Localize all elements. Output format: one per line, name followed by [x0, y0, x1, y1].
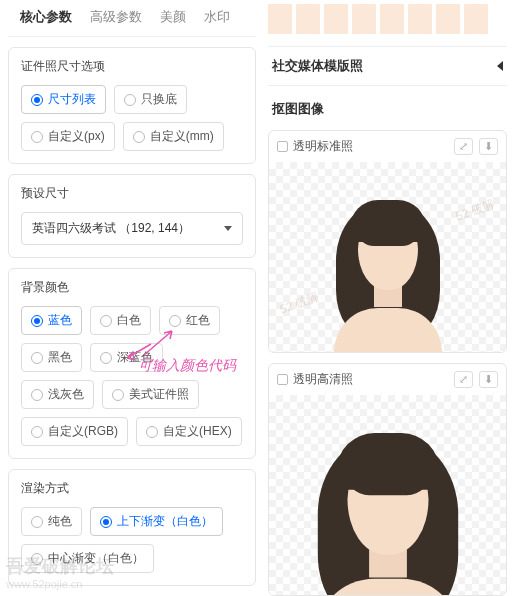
thumbnail[interactable]: [324, 4, 348, 34]
size-bgonly-radio[interactable]: 只换底: [114, 85, 187, 114]
thumbnail[interactable]: [296, 4, 320, 34]
size-custom-mm-radio[interactable]: 自定义(mm): [123, 122, 224, 151]
bg-black-radio[interactable]: 黑色: [21, 343, 82, 372]
bg-blue-radio[interactable]: 蓝色: [21, 306, 82, 335]
bg-custom-rgb-radio[interactable]: 自定义(RGB): [21, 417, 128, 446]
chevron-down-icon: [224, 226, 232, 231]
expand-icon[interactable]: ⤢: [454, 138, 473, 155]
card-hd: 透明高清照 ⤢ ⬇: [268, 363, 507, 596]
render-solid-radio[interactable]: 纯色: [21, 507, 82, 536]
thumbnail[interactable]: [380, 4, 404, 34]
cutout-title: 抠图图像: [268, 86, 507, 120]
bg-usstyle-radio[interactable]: 美式证件照: [102, 380, 199, 409]
tab-advanced[interactable]: 高级参数: [90, 8, 142, 26]
size-options-section: 证件照尺寸选项 尺寸列表 只换底 自定义(px) 自定义(mm): [8, 47, 256, 164]
annotation-arrow-icon: [142, 327, 176, 357]
render-cgrad-radio[interactable]: 中心渐变（白色）: [21, 544, 154, 573]
thumbnail[interactable]: [268, 4, 292, 34]
thumbnail-strip: [268, 0, 507, 47]
tab-core[interactable]: 核心参数: [20, 8, 72, 26]
checkbox-icon[interactable]: [277, 141, 288, 152]
chevron-left-icon: [497, 61, 503, 71]
download-icon[interactable]: ⬇: [479, 138, 498, 155]
tabs: 核心参数 高级参数 美颜 水印: [8, 0, 256, 37]
size-list-radio[interactable]: 尺寸列表: [21, 85, 106, 114]
download-icon[interactable]: ⬇: [479, 371, 498, 388]
portrait-image: [269, 395, 506, 595]
bgcolor-title: 背景颜色: [21, 279, 243, 296]
card-title: 透明高清照: [293, 371, 353, 388]
annotation-text: 可输入颜色代码: [138, 357, 236, 375]
bg-custom-hex-radio[interactable]: 自定义(HEX): [136, 417, 242, 446]
render-vgrad-radio[interactable]: 上下渐变（白色）: [90, 507, 223, 536]
card-standard: 透明标准照 ⤢ ⬇ 52 破解 52 破解: [268, 130, 507, 353]
render-title: 渲染方式: [21, 480, 243, 497]
expand-icon[interactable]: ⤢: [454, 371, 473, 388]
preset-value: 英语四六级考试 （192, 144）: [32, 220, 190, 237]
social-template-expander[interactable]: 社交媒体模版照: [268, 47, 507, 86]
tab-watermark[interactable]: 水印: [204, 8, 230, 26]
bg-lightgray-radio[interactable]: 浅灰色: [21, 380, 94, 409]
thumbnail[interactable]: [436, 4, 460, 34]
thumbnail[interactable]: [464, 4, 488, 34]
thumbnail[interactable]: [352, 4, 376, 34]
preset-title: 预设尺寸: [21, 185, 243, 202]
card-title: 透明标准照: [293, 138, 353, 155]
checkbox-icon[interactable]: [277, 374, 288, 385]
size-options-title: 证件照尺寸选项: [21, 58, 243, 75]
thumbnail[interactable]: [408, 4, 432, 34]
size-custom-px-radio[interactable]: 自定义(px): [21, 122, 115, 151]
portrait-image: 52 破解 52 破解: [269, 162, 506, 352]
preset-select[interactable]: 英语四六级考试 （192, 144）: [21, 212, 243, 245]
render-section: 渲染方式 纯色 上下渐变（白色） 中心渐变（白色）: [8, 469, 256, 586]
preset-section: 预设尺寸 英语四六级考试 （192, 144）: [8, 174, 256, 258]
tab-beauty[interactable]: 美颜: [160, 8, 186, 26]
